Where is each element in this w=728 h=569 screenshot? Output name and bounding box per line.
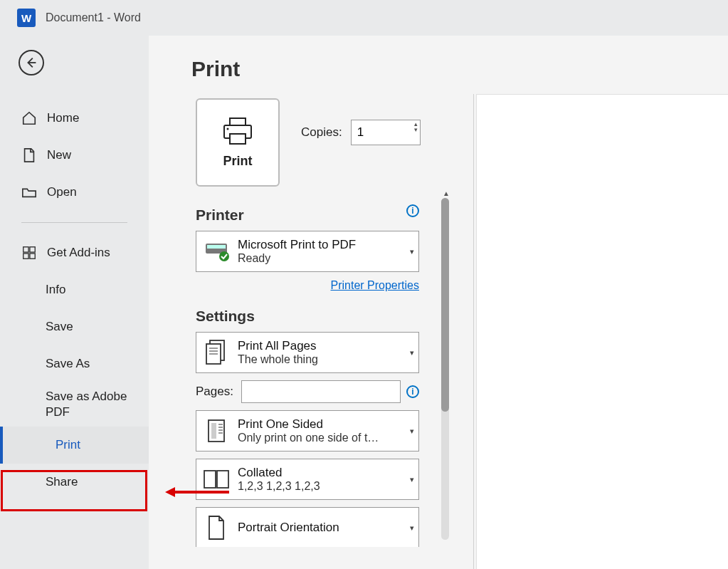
nav-saveas[interactable]: Save As [0,345,149,382]
pages-info-icon[interactable]: i [406,385,419,398]
orientation-line1: Portrait Orientation [238,521,413,535]
pages-label: Pages: [196,385,236,399]
print-button-label: Print [223,154,252,169]
copies-input[interactable] [351,120,421,145]
nav-print[interactable]: Print [0,427,149,464]
orientation-selector[interactable]: Portrait Orientation ▾ [196,507,419,547]
printer-properties-link[interactable]: Printer Properties [331,279,420,291]
nav-saveas-label: Save As [46,357,90,371]
copies-spinner[interactable]: ▴▾ [414,121,418,132]
arrow-left-icon [23,55,39,71]
printer-name: Microsoft Print to PDF [238,238,413,252]
nav-new-label: New [47,148,71,162]
chevron-down-icon: ▾ [410,348,414,357]
collate-selector[interactable]: Collated 1,2,3 1,2,3 1,2,3 ▾ [196,459,419,500]
svg-point-10 [219,251,229,261]
page-title: Print [191,57,451,81]
nav-open[interactable]: Open [0,174,149,211]
printer-selector[interactable]: Microsoft Print to PDF Ready ▾ [196,231,419,272]
preview-page [476,94,728,569]
svg-rect-16 [217,471,228,488]
nav-share-label: Share [46,475,78,489]
portrait-icon [202,513,231,542]
sided-selector[interactable]: Print One Sided Only print on one side o… [196,410,419,451]
svg-rect-3 [30,254,35,259]
svg-rect-2 [23,254,28,259]
word-app-icon: W [17,9,36,27]
addins-icon [21,245,37,261]
pages-input[interactable] [241,380,401,403]
backstage-sidebar: Home New Open Get Add-ins Info Save Save… [0,36,149,569]
printer-info-icon[interactable]: i [406,204,419,217]
nav-info[interactable]: Info [0,271,149,308]
nav-info-label: Info [46,283,65,297]
collate-line2: 1,2,3 1,2,3 1,2,3 [238,480,413,493]
nav-save-label: Save [46,320,73,334]
copies-label: Copies: [301,125,342,140]
svg-point-7 [227,127,229,130]
printer-section-title: Printer [196,207,244,224]
svg-rect-9 [207,245,226,249]
collated-icon [202,465,231,494]
chevron-down-icon: ▾ [410,475,414,484]
chevron-down-icon: ▾ [410,247,414,256]
document-title: Document1 - Word [46,11,141,24]
print-preview [476,94,728,569]
nav-save[interactable]: Save [0,308,149,345]
nav-share[interactable]: Share [0,464,149,501]
scroll-up-arrow-icon[interactable]: ▲ [443,191,450,197]
pages-icon [202,338,231,367]
printer-ready-icon [202,237,231,266]
settings-section-title: Settings [196,308,437,325]
printer-icon [220,117,255,147]
print-what-line2: The whole thing [238,353,413,366]
printer-status: Ready [238,252,413,265]
folder-open-icon [21,184,37,200]
nav-new[interactable]: New [0,137,149,174]
title-bar: W Document1 - Word [0,0,728,36]
chevron-down-icon: ▾ [410,427,414,436]
sided-line1: Print One Sided [238,417,413,432]
collate-line1: Collated [238,466,413,480]
home-icon [21,110,37,126]
svg-rect-14 [211,423,216,439]
one-sided-icon [202,417,231,445]
scrollbar[interactable]: ▲ [438,191,451,547]
svg-rect-6 [230,134,246,144]
chevron-down-icon: ▾ [410,523,414,533]
print-backstage-main: Print Print Copies: ▴▾ [149,36,728,569]
nav-addins-label: Get Add-ins [47,246,110,260]
nav-save-adobe-label: Save as Adobe PDF [46,389,149,420]
nav-home[interactable]: Home [0,100,149,137]
nav-print-label: Print [56,438,80,452]
nav-home-label: Home [47,111,79,125]
print-what-line1: Print All Pages [238,339,413,353]
svg-rect-15 [204,471,216,488]
svg-rect-0 [23,247,28,252]
preview-divider [473,94,474,569]
scrollbar-thumb[interactable] [441,198,449,412]
nav-open-label: Open [47,185,77,199]
back-button[interactable] [19,50,44,75]
new-doc-icon [21,147,37,163]
svg-rect-1 [30,247,35,252]
sided-line2: Only print on one side of t… [238,432,413,444]
nav-save-adobe[interactable]: Save as Adobe PDF [0,382,149,427]
svg-rect-4 [230,118,246,125]
print-button[interactable]: Print [196,98,280,187]
print-what-selector[interactable]: Print All Pages The whole thing ▾ [196,332,419,373]
nav-divider [21,222,127,223]
nav-addins[interactable]: Get Add-ins [0,234,149,271]
